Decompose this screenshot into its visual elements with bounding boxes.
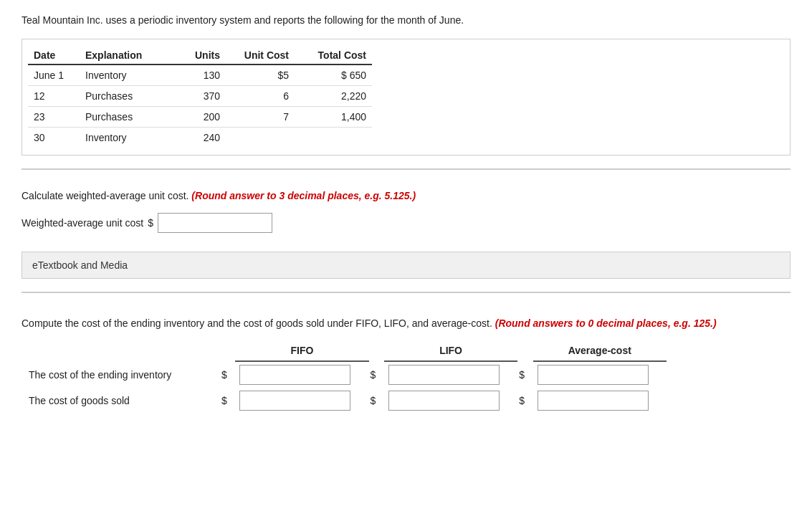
compute-header-empty3 [369,340,384,361]
weighted-question-suffix: (Round answer to 3 decimal places, e.g. … [191,190,416,201]
weighted-label: Weighted-average unit cost [22,217,143,229]
cell-date-3: 30 [28,128,80,148]
compute-dollar-lifo-1: $ [369,388,384,414]
cell-units-2: 200 [174,107,226,128]
compute-input-fifo-1[interactable] [239,391,350,411]
col-header-date: Date [28,47,80,64]
cell-explanation-0: Inventory [80,64,174,86]
compute-input-cell-lifo-1 [384,388,517,414]
compute-input-cell-lifo-0 [384,361,517,388]
cell-date-0: June 1 [28,64,80,86]
col-header-explanation: Explanation [80,47,174,64]
compute-header-empty4 [517,340,532,361]
cell-totalcost-3 [295,128,372,148]
compute-table: FIFO LIFO Average-cost The cost of the e… [22,340,667,414]
inventory-table: Date Explanation Units Unit Cost Total C… [28,47,372,148]
compute-input-cell-fifo-0 [235,361,368,388]
compute-header-empty2 [220,340,235,361]
cell-units-1: 370 [174,86,226,107]
compute-dollar-lifo-0: $ [369,361,384,388]
section-divider-1 [22,168,790,170]
cell-unitcost-1: 6 [226,86,295,107]
compute-header-empty [22,340,220,361]
cell-units-3: 240 [174,128,226,148]
cell-date-2: 23 [28,107,80,128]
compute-input-fifo-0[interactable] [239,365,350,385]
compute-dollar-fifo-0: $ [220,361,235,388]
compute-label-1: The cost of goods sold [22,388,220,414]
compute-header-lifo: LIFO [384,340,517,361]
compute-label-0: The cost of the ending inventory [22,361,220,388]
cell-totalcost-2: 1,400 [295,107,372,128]
cell-units-0: 130 [174,64,226,86]
weighted-dollar: $ [148,217,153,229]
cell-unitcost-3 [226,128,295,148]
table-row: The cost of the ending inventory $ $ $ [22,361,667,388]
weighted-avg-input[interactable] [158,213,272,233]
col-header-unitcost: Unit Cost [226,47,295,64]
col-header-totalcost: Total Cost [295,47,372,64]
table-section: Date Explanation Units Unit Cost Total C… [22,39,790,156]
cell-date-1: 12 [28,86,80,107]
section-divider-2 [22,292,790,293]
weighted-section: Calculate weighted-average unit cost. (R… [22,183,790,252]
table-row: June 1 Inventory 130 $5 $ 650 [28,64,372,86]
compute-input-cell-avg-0 [533,361,667,388]
intro-text: Teal Mountain Inc. uses a periodic inven… [22,14,790,26]
compute-dollar-avg-0: $ [517,361,532,388]
etextbook-bar[interactable]: eTextbook and Media [22,252,790,279]
compute-section: Compute the cost of the ending inventory… [22,306,790,421]
etextbook-label: eTextbook and Media [32,259,128,271]
table-row: 12 Purchases 370 6 2,220 [28,86,372,107]
table-row: 30 Inventory 240 [28,128,372,148]
col-header-units: Units [174,47,226,64]
compute-input-cell-fifo-1 [235,388,368,414]
compute-dollar-fifo-1: $ [220,388,235,414]
table-row: The cost of goods sold $ $ $ [22,388,667,414]
compute-question-suffix: (Round answers to 0 decimal places, e.g.… [495,317,717,329]
cell-unitcost-0: $5 [226,64,295,86]
compute-input-cell-avg-1 [533,388,667,414]
compute-input-avg-0[interactable] [538,365,649,385]
compute-question: Compute the cost of the ending inventory… [22,317,790,329]
compute-input-avg-1[interactable] [538,391,649,411]
cell-explanation-1: Purchases [80,86,174,107]
compute-question-prefix: Compute the cost of the ending inventory… [22,317,492,329]
table-row: 23 Purchases 200 7 1,400 [28,107,372,128]
compute-header-fifo: FIFO [235,340,368,361]
weighted-question-prefix: Calculate weighted-average unit cost. [22,190,188,201]
cell-explanation-2: Purchases [80,107,174,128]
compute-input-lifo-0[interactable] [388,365,500,385]
compute-input-lifo-1[interactable] [388,391,500,411]
weighted-input-row: Weighted-average unit cost $ [22,213,790,233]
main-container: Teal Mountain Inc. uses a periodic inven… [0,0,812,435]
weighted-question: Calculate weighted-average unit cost. (R… [22,190,790,201]
compute-header-avg: Average-cost [533,340,667,361]
cell-explanation-3: Inventory [80,128,174,148]
cell-totalcost-0: $ 650 [295,64,372,86]
compute-dollar-avg-1: $ [517,388,532,414]
cell-unitcost-2: 7 [226,107,295,128]
cell-totalcost-1: 2,220 [295,86,372,107]
